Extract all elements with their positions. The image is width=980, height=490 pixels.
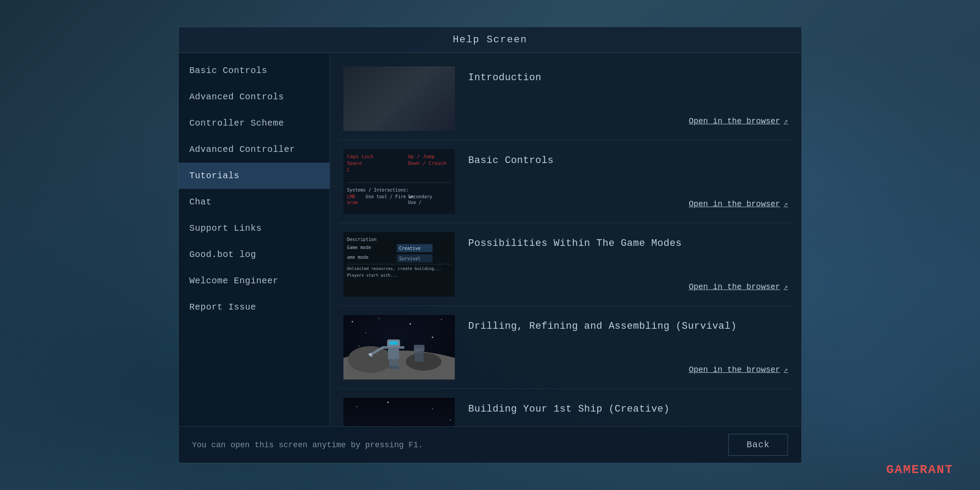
drilling-svg bbox=[343, 315, 455, 380]
svg-point-39 bbox=[432, 337, 433, 338]
dialog-content: Basic Controls Advanced Controls Control… bbox=[179, 53, 801, 426]
gamerant-logo: GAMERANT bbox=[886, 463, 953, 477]
sidebar-item-chat[interactable]: Chat bbox=[179, 189, 330, 215]
svg-text:Use /: Use / bbox=[408, 200, 421, 205]
svg-rect-58 bbox=[343, 398, 455, 426]
svg-text:Survival: Survival bbox=[399, 256, 421, 261]
svg-text:Use tool / Fire we: Use tool / Fire we bbox=[366, 194, 414, 199]
tutorial-thumb-basic-controls: Caps Lock Space C Up / Jump Down / Crouc… bbox=[343, 149, 455, 214]
sidebar-item-basic-controls[interactable]: Basic Controls bbox=[179, 57, 330, 84]
svg-text:Players start with...: Players start with... bbox=[347, 273, 398, 278]
tutorial-title-ship: Building Your 1st Ship (Creative) bbox=[468, 404, 788, 415]
svg-text:01/25/2085: 01/25/2085 bbox=[347, 72, 368, 76]
main-container: Help Screen Basic Controls Advanced Cont… bbox=[0, 0, 980, 490]
sidebar-item-welcome-engineer[interactable]: Welcome Engineer bbox=[179, 268, 330, 294]
svg-point-35 bbox=[379, 318, 380, 319]
sidebar-item-advanced-controller[interactable]: Advanced Controller bbox=[179, 136, 330, 163]
svg-rect-57 bbox=[414, 345, 425, 351]
svg-text:Down / Crouch: Down / Crouch bbox=[408, 160, 446, 166]
svg-text:+First to update 1.003: +First to update 1.003 bbox=[347, 78, 388, 82]
tutorial-thumb-introduction: 01/25/2085 +First to update 1.003 +First… bbox=[343, 66, 455, 131]
external-link-icon-4: ↗ bbox=[784, 365, 788, 374]
open-browser-introduction[interactable]: Open in the browser ↗ bbox=[689, 117, 788, 126]
intro-svg: 01/25/2085 +First to update 1.003 +First… bbox=[343, 66, 455, 131]
back-button[interactable]: Back bbox=[728, 434, 788, 456]
svg-point-40 bbox=[359, 346, 359, 347]
svg-text:Description: Description bbox=[347, 237, 376, 242]
external-link-icon-2: ↗ bbox=[784, 200, 788, 208]
sidebar-item-tutorials[interactable]: Tutorials bbox=[179, 163, 330, 189]
tutorial-title-game-modes: Possibilities Within The Game Modes bbox=[468, 238, 788, 249]
svg-rect-48 bbox=[399, 346, 404, 349]
open-browser-drilling[interactable]: Open in the browser ↗ bbox=[689, 365, 788, 374]
ship-svg bbox=[343, 398, 455, 426]
tutorial-item-introduction: 01/25/2085 +First to update 1.003 +First… bbox=[339, 57, 792, 140]
svg-point-4 bbox=[403, 80, 422, 102]
tutorial-info-introduction: Introduction Open in the browser ↗ bbox=[468, 72, 788, 126]
svg-line-6 bbox=[424, 95, 437, 106]
tutorial-item-drilling: Drilling, Refining and Assembling (Survi… bbox=[339, 306, 792, 389]
svg-text:PDEX: PDEX bbox=[409, 108, 417, 112]
footer-hint: You can open this screen anytime by pres… bbox=[192, 441, 423, 449]
svg-point-43 bbox=[348, 346, 392, 373]
sidebar-item-controller-scheme[interactable]: Controller Scheme bbox=[179, 110, 330, 136]
svg-rect-51 bbox=[389, 341, 398, 345]
svg-point-61 bbox=[432, 408, 433, 409]
svg-line-7 bbox=[393, 106, 401, 111]
tutorial-title-basic-controls: Basic Controls bbox=[468, 155, 788, 166]
svg-text:Caps Lock: Caps Lock bbox=[347, 154, 374, 159]
svg-text:C: C bbox=[347, 167, 350, 173]
tutorial-item-game-modes: Description Game mode Creative ame mode … bbox=[339, 223, 792, 306]
tutorial-thumb-drilling bbox=[343, 315, 455, 380]
svg-rect-55 bbox=[393, 366, 399, 369]
tutorial-info-basic-controls: Basic Controls Open in the browser ↗ bbox=[468, 155, 788, 208]
tutorial-thumb-ship bbox=[343, 398, 455, 426]
svg-point-36 bbox=[410, 323, 411, 325]
external-link-icon-3: ↗ bbox=[784, 282, 788, 291]
svg-text:Creative: Creative bbox=[399, 246, 421, 251]
svg-text:Unlimited resources, create bu: Unlimited resources, create building... bbox=[347, 266, 441, 271]
svg-text:ame mode: ame mode bbox=[347, 255, 368, 260]
modes-svg: Description Game mode Creative ame mode … bbox=[343, 232, 455, 297]
dialog-footer: You can open this screen anytime by pres… bbox=[179, 426, 801, 463]
title-text: Help Screen bbox=[453, 34, 527, 45]
tutorial-item-ship: Building Your 1st Ship (Creative) Open i… bbox=[339, 389, 792, 426]
svg-point-37 bbox=[441, 319, 442, 320]
svg-point-34 bbox=[352, 321, 353, 323]
tutorial-info-drilling: Drilling, Refining and Assembling (Survi… bbox=[468, 321, 788, 374]
svg-text:+First an interesting...: +First an interesting... bbox=[347, 83, 392, 86]
svg-text:LMB: LMB bbox=[347, 194, 355, 199]
svg-text:Up / Jump: Up / Jump bbox=[408, 154, 435, 159]
tutorial-info-ship: Building Your 1st Ship (Creative) Open i… bbox=[468, 404, 788, 427]
tutorial-title-drilling: Drilling, Refining and Assembling (Survi… bbox=[468, 321, 788, 332]
sidebar-item-goodbot-log[interactable]: Good.bot log bbox=[179, 241, 330, 268]
svg-point-60 bbox=[388, 402, 389, 403]
svg-text:Space: Space bbox=[347, 160, 362, 166]
sidebar-item-report-issue[interactable]: Report Issue bbox=[179, 294, 330, 320]
gamerant-logo-game: GAME bbox=[886, 463, 920, 477]
svg-point-38 bbox=[365, 332, 366, 333]
tutorial-info-game-modes: Possibilities Within The Game Modes Open… bbox=[468, 238, 788, 291]
tutorial-title-introduction: Introduction bbox=[468, 72, 788, 83]
external-link-icon: ↗ bbox=[784, 117, 788, 126]
svg-text:Systems / Interactions:: Systems / Interactions: bbox=[347, 188, 408, 192]
open-browser-link-text-4: Open in the browser bbox=[689, 365, 780, 374]
svg-text:Game mode: Game mode bbox=[347, 245, 371, 250]
tutorial-item-basic-controls: Caps Lock Space C Up / Jump Down / Crouc… bbox=[339, 140, 792, 223]
tutorial-thumb-game-modes: Description Game mode Creative ame mode … bbox=[343, 232, 455, 297]
open-browser-link-text-2: Open in the browser bbox=[689, 200, 780, 208]
svg-text:aram: aram bbox=[347, 200, 358, 205]
dialog-box: Help Screen Basic Controls Advanced Cont… bbox=[178, 27, 802, 463]
open-browser-game-modes[interactable]: Open in the browser ↗ bbox=[689, 282, 788, 291]
open-browser-basic-controls[interactable]: Open in the browser ↗ bbox=[689, 200, 788, 208]
sidebar-item-advanced-controls[interactable]: Advanced Controls bbox=[179, 84, 330, 110]
svg-point-59 bbox=[356, 406, 357, 407]
svg-text:Secondary: Secondary bbox=[408, 194, 432, 199]
gamerant-logo-rant: RANT bbox=[920, 463, 953, 477]
svg-point-62 bbox=[450, 420, 451, 421]
controls-svg: Caps Lock Space C Up / Jump Down / Crouc… bbox=[343, 149, 455, 214]
tutorial-list: 01/25/2085 +First to update 1.003 +First… bbox=[330, 53, 801, 426]
open-browser-link-text: Open in the browser bbox=[689, 117, 780, 126]
sidebar-item-support-links[interactable]: Support Links bbox=[179, 215, 330, 241]
sidebar: Basic Controls Advanced Controls Control… bbox=[179, 53, 330, 426]
